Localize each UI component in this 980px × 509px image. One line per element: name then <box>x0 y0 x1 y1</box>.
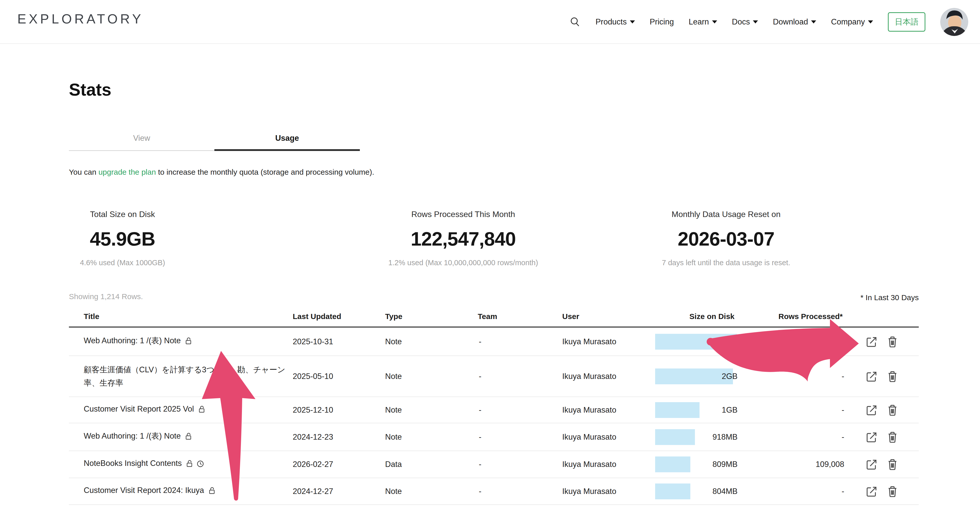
cell-type: Data <box>385 460 402 469</box>
row-title[interactable]: Web Authoring: 1 /(表) Note <box>84 430 293 444</box>
delete-trash-icon[interactable] <box>886 485 899 498</box>
row-title[interactable]: NoteBooks Insight Contents <box>84 457 293 472</box>
stats-tabs: View Usage <box>69 127 360 151</box>
page-title: Stats <box>69 79 111 100</box>
open-external-icon[interactable] <box>865 430 878 444</box>
card-subtitle: 4.6% used (Max 1000GB) <box>80 258 165 267</box>
cell-team: - <box>479 406 481 415</box>
table-row: NoteBooks Insight Contents 2026-02-27 Da… <box>69 451 919 478</box>
cell-user: Ikuya Murasato <box>562 487 616 496</box>
cell-user: Ikuya Murasato <box>562 433 616 442</box>
lock-icon <box>185 458 194 472</box>
cell-size-on-disk: 2GB <box>655 337 738 346</box>
lock-icon <box>197 404 206 417</box>
open-external-icon[interactable] <box>865 403 878 417</box>
card-rows-processed: Rows Processed This Month 122,547,840 1.… <box>388 209 538 267</box>
nav-item-products[interactable]: Products <box>595 17 635 27</box>
quota-notice: You can upgrade the plan to increase the… <box>69 168 374 176</box>
cell-user: Ikuya Murasato <box>562 372 616 381</box>
cell-type: Note <box>385 337 402 346</box>
open-external-icon[interactable] <box>865 458 878 471</box>
column-header-size-on-disk[interactable]: Size on Disk <box>689 312 735 321</box>
cell-user: Ikuya Murasato <box>562 460 616 469</box>
nav-item-download[interactable]: Download <box>773 17 816 27</box>
cell-rows-processed: - <box>758 372 844 381</box>
cell-type: Note <box>385 487 402 496</box>
cell-rows-processed: - <box>758 337 844 346</box>
table-row: Customer Visit Report 2025 Vol 2025-12-1… <box>69 397 919 423</box>
cell-last-updated: 2026-02-27 <box>293 460 333 469</box>
card-value: 2026-03-07 <box>662 228 791 250</box>
delete-trash-icon[interactable] <box>886 430 899 444</box>
chevron-down-icon <box>712 21 717 24</box>
open-external-icon[interactable] <box>865 335 878 348</box>
open-external-icon[interactable] <box>865 485 878 498</box>
brand-logo[interactable]: EXPLORATORY <box>18 11 143 27</box>
search-icon[interactable] <box>570 16 581 27</box>
column-header-rows-processed[interactable]: Rows Processed* <box>778 312 843 321</box>
top-navigation: EXPLORATORY Products Pricing Learn Docs … <box>0 0 980 44</box>
lock-icon <box>184 431 193 444</box>
cell-user: Ikuya Murasato <box>562 406 616 415</box>
table-row: Customer Visit Report 2024: Ikuya 2024-1… <box>69 478 919 505</box>
column-header-team[interactable]: Team <box>478 312 497 321</box>
delete-trash-icon[interactable] <box>886 335 899 348</box>
tab-usage[interactable]: Usage <box>215 127 360 151</box>
cell-type: Note <box>385 433 402 442</box>
cell-last-updated: 2025-10-31 <box>293 337 333 346</box>
nav-item-pricing[interactable]: Pricing <box>650 17 674 27</box>
cell-rows-processed: - <box>758 487 844 496</box>
cell-team: - <box>479 460 481 469</box>
cell-last-updated: 2025-05-10 <box>293 372 333 381</box>
table-row: Web Authoring: 1 /(表) Note 2025-10-31 No… <box>69 328 919 356</box>
delete-trash-icon[interactable] <box>886 370 899 383</box>
column-header-type[interactable]: Type <box>385 312 402 321</box>
tab-view[interactable]: View <box>69 127 215 151</box>
cell-size-on-disk: 809MB <box>655 460 738 469</box>
row-title[interactable]: Customer Visit Report 2025 Vol <box>84 403 293 417</box>
cell-type: Note <box>385 372 402 381</box>
row-title[interactable]: 顧客生涯価値（CLV）を計算する3つ方法 - 勘、チャーン率、生存率 <box>84 363 293 389</box>
row-count-label: Showing 1,214 Rows. <box>69 292 143 301</box>
cell-team: - <box>479 487 481 496</box>
cell-last-updated: 2025-12-10 <box>293 406 333 415</box>
clock-icon <box>196 458 205 472</box>
upgrade-plan-link[interactable]: upgrade the plan <box>99 168 156 176</box>
cell-size-on-disk: 918MB <box>655 433 738 442</box>
chevron-down-icon <box>868 21 873 24</box>
tab-usage-underline <box>215 149 360 151</box>
cell-size-on-disk: 2GB <box>655 372 738 381</box>
nav-item-company[interactable]: Company <box>831 17 873 27</box>
card-usage-reset: Monthly Data Usage Reset on 2026-03-07 7… <box>662 209 791 267</box>
open-external-icon[interactable] <box>865 370 878 383</box>
cell-user: Ikuya Murasato <box>562 337 616 346</box>
lock-icon <box>208 485 216 499</box>
last-30-days-footnote: * In Last 30 Days <box>861 293 919 302</box>
cell-rows-processed: 109,008 <box>758 460 844 469</box>
cell-rows-processed: - <box>758 406 844 415</box>
cell-team: - <box>479 372 481 381</box>
cell-type: Note <box>385 406 402 415</box>
delete-trash-icon[interactable] <box>886 403 899 417</box>
cell-last-updated: 2024-12-23 <box>293 433 333 442</box>
delete-trash-icon[interactable] <box>886 458 899 471</box>
usage-table: Title Last Updated Type Team User Size o… <box>69 309 919 505</box>
chevron-down-icon <box>630 21 635 24</box>
chevron-down-icon <box>811 21 816 24</box>
row-title[interactable]: Customer Visit Report 2024: Ikuya <box>84 484 293 499</box>
table-row: Web Authoring: 1 /(表) Note 2024-12-23 No… <box>69 423 919 451</box>
user-avatar[interactable] <box>940 8 968 36</box>
cell-size-on-disk: 1GB <box>655 406 738 415</box>
nav-item-docs[interactable]: Docs <box>732 17 758 27</box>
cell-size-on-disk: 804MB <box>655 487 738 496</box>
cell-rows-processed: - <box>758 433 844 442</box>
column-header-user[interactable]: User <box>562 312 579 321</box>
row-title[interactable]: Web Authoring: 1 /(表) Note <box>84 334 293 349</box>
nav-item-learn[interactable]: Learn <box>689 17 717 27</box>
language-toggle-button[interactable]: 日本語 <box>888 12 925 32</box>
card-subtitle: 1.2% used (Max 10,000,000,000 rows/month… <box>388 258 538 267</box>
column-header-last-updated[interactable]: Last Updated <box>293 312 341 321</box>
table-row: 顧客生涯価値（CLV）を計算する3つ方法 - 勘、チャーン率、生存率 2025-… <box>69 356 919 397</box>
lock-icon <box>184 336 193 349</box>
column-header-title[interactable]: Title <box>84 312 99 321</box>
